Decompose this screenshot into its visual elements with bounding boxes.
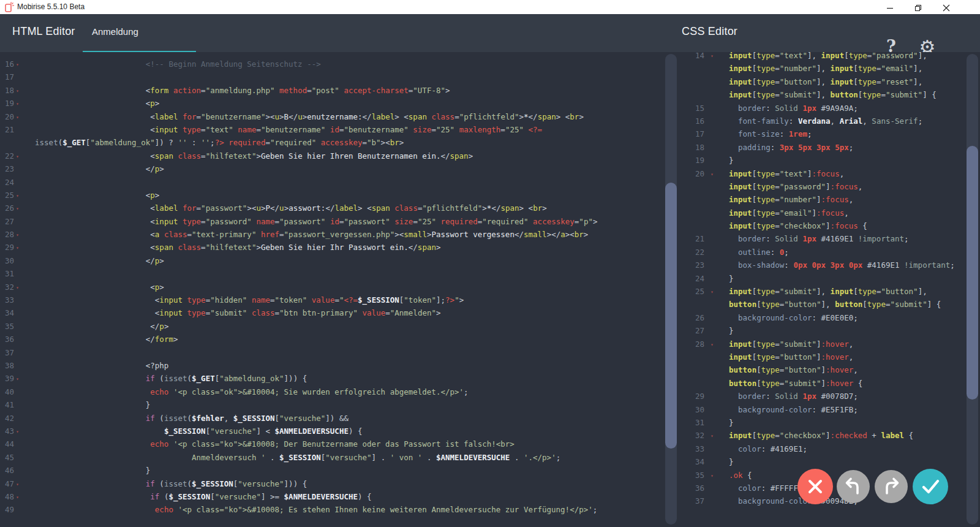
code-line-32[interactable]: 32▾<p>: [0, 281, 665, 294]
code-line-31[interactable]: 31: [0, 267, 665, 280]
fold-triangle-icon[interactable]: ▾: [16, 97, 19, 110]
fold-triangle-icon[interactable]: ▾: [16, 189, 19, 202]
fold-triangle-icon[interactable]: ▾: [16, 478, 19, 491]
code-line-28-wrap[interactable]: button[type="submit"]:hover {: [677, 377, 967, 390]
code-line-19[interactable]: 19}: [677, 154, 967, 167]
code-line-16[interactable]: 16▾<!-- Beginn Anmeldung Seitenschutz --…: [0, 58, 665, 70]
code-line-27[interactable]: 27<input type="password" name="passwort"…: [0, 215, 665, 228]
undo-button[interactable]: [837, 470, 870, 503]
code-line-14-wrap[interactable]: input[type="number"], input[type="email"…: [677, 62, 967, 75]
fold-triangle-icon[interactable]: ▾: [710, 338, 714, 351]
scrollbar-thumb[interactable]: [967, 146, 978, 400]
code-line-23[interactable]: 23box-shadow: 0px 0px 3px 0px #4169E1 !i…: [677, 259, 967, 271]
fold-triangle-icon[interactable]: ▾: [16, 491, 19, 504]
css-code-editor[interactable]: 14▾input[type="text"], input[type="passw…: [677, 52, 967, 527]
code-line-44[interactable]: 44echo '<p class="ko">&#10008; Der Benut…: [0, 438, 665, 450]
redo-button[interactable]: [875, 470, 908, 503]
code-line-30[interactable]: 30</p>: [0, 254, 665, 267]
fold-triangle-icon[interactable]: ▾: [16, 58, 19, 71]
code-line-40[interactable]: 40echo '<p class="ok">&#10004; Sie wurde…: [0, 385, 665, 398]
code-line-20-wrap[interactable]: input[type="email"]:focus,: [677, 207, 967, 219]
code-line-34[interactable]: 34<input type="submit" class="btn btn-pr…: [0, 306, 665, 319]
code-line-25[interactable]: 25▾<p>: [0, 189, 665, 202]
code-line-17[interactable]: 17: [0, 70, 665, 83]
code-line-29[interactable]: 29▾<span class="hilfetext">Geben Sie hie…: [0, 241, 665, 254]
code-line-38[interactable]: 38<?php: [0, 359, 665, 372]
code-line-20[interactable]: 20▾input[type="text"]:focus,: [677, 167, 967, 180]
fold-triangle-icon[interactable]: ▾: [710, 286, 714, 298]
code-line-24[interactable]: 24: [0, 176, 665, 189]
code-line-20-wrap[interactable]: input[type="checkbox"]:focus {: [677, 219, 967, 232]
code-line-20[interactable]: 20▾<label for="benutzername"><u>B</u>enu…: [0, 110, 665, 123]
code-line-21[interactable]: 21border: Solid 1px #4169E1 !important;: [677, 232, 967, 245]
fold-triangle-icon[interactable]: ▾: [710, 430, 714, 442]
code-line-20-wrap[interactable]: input[type="password"]:focus,: [677, 180, 967, 193]
code-line-15[interactable]: 15border: Solid 1px #9A9A9A;: [677, 102, 967, 115]
discard-button[interactable]: [797, 469, 833, 504]
code-line-26[interactable]: 26▾<label for="passwort"><u>P</u>asswort…: [0, 202, 665, 214]
fold-triangle-icon[interactable]: ▾: [710, 52, 714, 63]
code-line-28[interactable]: 28▾<a class="text-primary" href="passwor…: [0, 228, 665, 241]
code-line-42[interactable]: 42if (isset($fehler, $_SESSION["versuche…: [0, 412, 665, 425]
code-line-14[interactable]: 14▾input[type="text"], input[type="passw…: [677, 52, 967, 62]
fold-triangle-icon[interactable]: ▾: [16, 373, 19, 385]
code-line-45[interactable]: 45Anmeldeversuch ' . $_SESSION["versuche…: [0, 451, 665, 464]
code-line-21-wrap[interactable]: isset($_GET["abmeldung_ok"]) ? '' : '';?…: [0, 136, 665, 149]
code-line-28-wrap[interactable]: input[type="button"]:hover,: [677, 351, 967, 363]
code-line-26[interactable]: 26background-color: #E0E0E0;: [677, 311, 967, 324]
code-line-28[interactable]: 28▾input[type="submit"]:hover,: [677, 338, 967, 351]
code-line-23[interactable]: 23</p>: [0, 162, 665, 175]
code-line-35[interactable]: 35</p>: [0, 320, 665, 333]
code-line-21[interactable]: 21<input type="text" name="benutzername"…: [0, 123, 665, 136]
close-window-button[interactable]: [932, 0, 960, 14]
css-editor-left-scrollbar[interactable]: [665, 54, 677, 525]
css-editor-right-scrollbar[interactable]: [967, 54, 978, 525]
scrollbar-thumb[interactable]: [665, 183, 677, 449]
fold-triangle-icon[interactable]: ▾: [16, 85, 19, 97]
code-line-14-wrap[interactable]: input[type="button"], input[type="reset"…: [677, 75, 967, 88]
fold-triangle-icon[interactable]: ▾: [16, 202, 19, 215]
code-line-48[interactable]: 48▾if ($_SESSION["versuche"] >= $ANMELDE…: [0, 490, 665, 503]
code-line-17[interactable]: 17font-size: 1rem;: [677, 127, 967, 140]
restore-button[interactable]: [904, 0, 932, 14]
code-line-24[interactable]: 24}: [677, 272, 967, 285]
code-line-22[interactable]: 22▾<span class="hilfetext">Geben Sie hie…: [0, 150, 665, 162]
fold-triangle-icon[interactable]: ▾: [16, 281, 19, 294]
code-line-25-wrap[interactable]: button[type="button"], button[type="subm…: [677, 298, 967, 311]
code-line-20-wrap[interactable]: input[type="number"]:focus,: [677, 193, 967, 206]
fold-triangle-icon[interactable]: ▾: [16, 229, 19, 241]
code-line-14-wrap[interactable]: input[type="submit"], button[type="submi…: [677, 88, 967, 101]
code-line-34[interactable]: 34}: [677, 455, 967, 468]
fold-triangle-icon[interactable]: ▾: [16, 241, 19, 254]
fold-triangle-icon[interactable]: ▾: [16, 425, 19, 438]
code-line-33[interactable]: 33<input type="hidden" name="token" valu…: [0, 294, 665, 306]
code-line-16[interactable]: 16font-family: Verdana, Arial, Sans-Seri…: [677, 115, 967, 127]
code-line-46[interactable]: 46}: [0, 464, 665, 477]
fold-triangle-icon[interactable]: ▾: [16, 150, 19, 163]
code-line-18[interactable]: 18▾<form action="anmeldung.php" method="…: [0, 84, 665, 97]
code-line-27[interactable]: 27}: [677, 324, 967, 337]
code-line-29[interactable]: 29border: Solid 1px #0078D7;: [677, 390, 967, 403]
code-line-33[interactable]: 33color: #4169E1;: [677, 442, 967, 455]
minimize-button[interactable]: [876, 0, 904, 14]
code-line-32[interactable]: 32▾input[type="checkbox"]:checked + labe…: [677, 429, 967, 442]
html-code-editor[interactable]: 16▾<!-- Beginn Anmeldung Seitenschutz --…: [0, 52, 665, 527]
code-line-30[interactable]: 30background-color: #E5F1FB;: [677, 403, 967, 416]
code-line-39[interactable]: 39▾if (isset($_GET["abmeldung_ok"])) {: [0, 372, 665, 385]
code-line-41[interactable]: 41}: [0, 398, 665, 411]
code-line-22[interactable]: 22outline: 0;: [677, 246, 967, 259]
fold-triangle-icon[interactable]: ▾: [16, 111, 19, 124]
code-line-19[interactable]: 19▾<p>: [0, 97, 665, 110]
code-line-25[interactable]: 25▾input[type="submit"], input[type="but…: [677, 285, 967, 298]
code-line-37[interactable]: 37: [0, 346, 665, 359]
code-line-49[interactable]: 49echo '<p class="ko">&#10008; Es stehen…: [0, 503, 665, 516]
code-line-31[interactable]: 31}: [677, 416, 967, 429]
apply-button[interactable]: [913, 469, 948, 504]
fold-triangle-icon[interactable]: ▾: [710, 168, 714, 181]
fold-triangle-icon[interactable]: ▾: [710, 469, 714, 482]
code-line-36[interactable]: 36</form>: [0, 333, 665, 346]
code-line-47[interactable]: 47▾if (isset($_SESSION["versuche"])) {: [0, 477, 665, 490]
code-line-43[interactable]: 43▾$_SESSION["versuche"] < $ANMELDEVERSU…: [0, 425, 665, 438]
tab-anmeldung[interactable]: Anmeldung: [83, 14, 196, 52]
code-line-18[interactable]: 18padding: 3px 5px 3px 5px;: [677, 141, 967, 154]
